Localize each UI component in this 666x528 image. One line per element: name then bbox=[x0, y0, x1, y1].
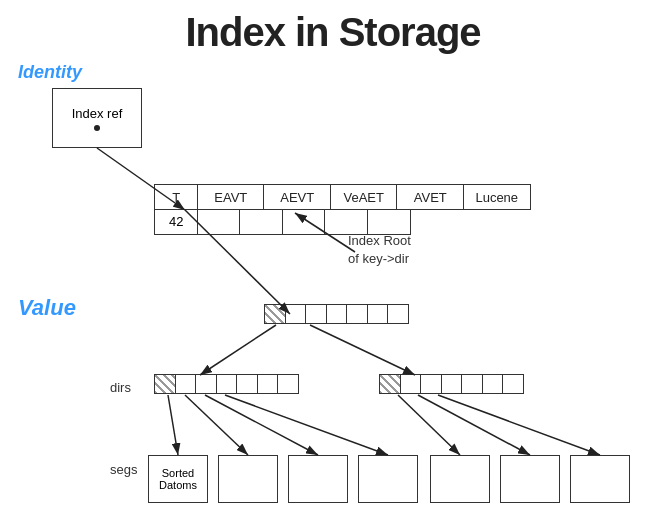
dir-right-cell-4 bbox=[461, 374, 483, 394]
dir-right-cell-6 bbox=[502, 374, 524, 394]
root-cell-1 bbox=[285, 304, 307, 324]
dirs-label: dirs bbox=[110, 380, 131, 395]
dir-left-cell-2 bbox=[195, 374, 217, 394]
seg-box-4 bbox=[430, 455, 490, 503]
svg-line-6 bbox=[168, 395, 178, 455]
root-node bbox=[265, 305, 409, 324]
root-cell-5 bbox=[367, 304, 389, 324]
val-lucene bbox=[367, 209, 411, 235]
svg-line-12 bbox=[438, 395, 600, 455]
dir-node-right bbox=[380, 375, 524, 394]
svg-line-10 bbox=[398, 395, 460, 455]
dir-left-cell-6 bbox=[277, 374, 299, 394]
dir-left-cell-4 bbox=[236, 374, 258, 394]
svg-line-9 bbox=[225, 395, 388, 455]
index-root-label: Index Rootof key->dir bbox=[348, 232, 411, 268]
identity-label: Identity bbox=[18, 62, 82, 83]
dir-right-cell-1 bbox=[400, 374, 422, 394]
dir-left-cell-0 bbox=[154, 374, 176, 394]
svg-line-4 bbox=[200, 325, 276, 375]
col-avet: AVET bbox=[396, 184, 464, 210]
root-cell-0 bbox=[264, 304, 286, 324]
seg-box-2 bbox=[288, 455, 348, 503]
root-cell-3 bbox=[326, 304, 348, 324]
col-aevt: AEVT bbox=[263, 184, 331, 210]
svg-line-5 bbox=[310, 325, 415, 375]
dir-right-cell-2 bbox=[420, 374, 442, 394]
svg-line-8 bbox=[205, 395, 318, 455]
col-t: T bbox=[154, 184, 198, 210]
storage-value-row: 42 bbox=[155, 210, 530, 235]
col-veaet: VeAET bbox=[330, 184, 398, 210]
dir-left-cell-1 bbox=[175, 374, 197, 394]
index-ref-box: Index ref bbox=[52, 88, 142, 148]
root-cell-6 bbox=[387, 304, 409, 324]
dir-right-cell-5 bbox=[482, 374, 504, 394]
index-ref-label: Index ref bbox=[72, 106, 123, 121]
val-t: 42 bbox=[154, 209, 198, 235]
val-avet bbox=[324, 209, 368, 235]
seg-box-0: SortedDatoms bbox=[148, 455, 208, 503]
col-lucene: Lucene bbox=[463, 184, 531, 210]
segs-label: segs bbox=[110, 462, 137, 477]
seg-box-5 bbox=[500, 455, 560, 503]
col-eavt: EAVT bbox=[197, 184, 265, 210]
val-aevt bbox=[239, 209, 283, 235]
seg-box-6 bbox=[570, 455, 630, 503]
storage-header-row: T EAVT AEVT VeAET AVET Lucene bbox=[155, 185, 530, 210]
svg-line-7 bbox=[185, 395, 248, 455]
page-title: Index in Storage bbox=[0, 0, 666, 55]
val-veaet bbox=[282, 209, 326, 235]
val-eavt bbox=[197, 209, 241, 235]
dir-node-left bbox=[155, 375, 299, 394]
seg-box-3 bbox=[358, 455, 418, 503]
sorted-datoms-label: SortedDatoms bbox=[159, 467, 197, 491]
arrows-svg bbox=[0, 0, 666, 528]
root-cell-4 bbox=[346, 304, 368, 324]
index-ref-dot bbox=[94, 125, 100, 131]
dir-right-cell-0 bbox=[379, 374, 401, 394]
svg-line-11 bbox=[418, 395, 530, 455]
seg-box-1 bbox=[218, 455, 278, 503]
value-label: Value bbox=[18, 295, 76, 321]
dir-left-cell-5 bbox=[257, 374, 279, 394]
dir-left-cell-3 bbox=[216, 374, 238, 394]
dir-right-cell-3 bbox=[441, 374, 463, 394]
root-cell-2 bbox=[305, 304, 327, 324]
storage-table: T EAVT AEVT VeAET AVET Lucene 42 bbox=[155, 185, 530, 234]
